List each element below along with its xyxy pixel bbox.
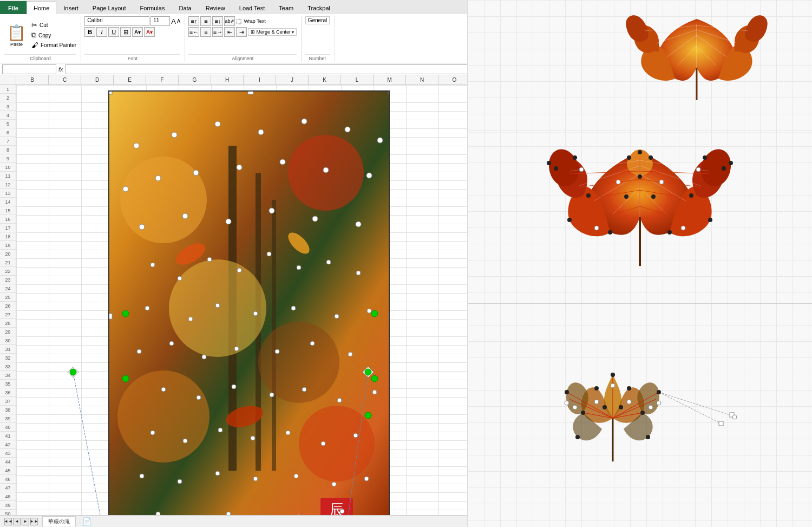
decrease-indent-button[interactable]: ⇤ — [224, 27, 235, 37]
row-num-9: 9 — [0, 154, 16, 163]
tab-file[interactable]: File — [0, 1, 27, 14]
svg-point-144 — [554, 166, 558, 171]
row-num-49: 49 — [0, 501, 16, 510]
row-num-14: 14 — [0, 198, 16, 206]
col-header-i[interactable]: I — [244, 75, 276, 84]
status-add-sheet[interactable]: 📄 — [80, 517, 94, 526]
row-num-26: 26 — [0, 302, 16, 310]
font-name-box[interactable]: Calibri — [84, 16, 149, 26]
align-bottom-button[interactable]: ≡↓ — [212, 16, 223, 26]
last-sheet-button[interactable]: ►► — [30, 518, 38, 525]
underline-button[interactable]: U — [108, 27, 119, 37]
italic-button[interactable]: I — [96, 27, 107, 37]
col-header-n[interactable]: N — [406, 75, 438, 84]
format-painter-row[interactable]: 🖌 Format Painter — [31, 41, 76, 49]
next-sheet-button[interactable]: ► — [22, 518, 29, 525]
svg-point-175 — [581, 411, 585, 415]
row-num-38: 38 — [0, 406, 16, 414]
align-center-button[interactable]: ≡ — [200, 27, 211, 37]
tab-review[interactable]: Review — [199, 1, 232, 14]
wrap-text-button[interactable]: ⬚ Wrap Text — [236, 18, 265, 25]
paste-button[interactable]: 📋 Paste — [4, 16, 29, 54]
row-num-16: 16 — [0, 215, 16, 224]
increase-font-icon[interactable]: A — [171, 17, 176, 25]
col-header-c[interactable]: C — [49, 75, 81, 84]
col-header-m[interactable]: M — [374, 75, 406, 84]
svg-point-155 — [579, 167, 584, 172]
svg-point-150 — [627, 155, 631, 160]
row-num-13: 13 — [0, 189, 16, 198]
merge-center-button[interactable]: ⊞ Merge & Center ▾ — [248, 28, 297, 36]
col-header-o[interactable]: O — [438, 75, 471, 84]
col-header-j[interactable]: J — [276, 75, 309, 84]
decrease-font-icon[interactable]: A — [177, 18, 181, 24]
tab-data[interactable]: Data — [172, 1, 198, 14]
align-left-button[interactable]: ≡← — [188, 27, 199, 37]
angle-text-button[interactable]: ab⇗ — [224, 16, 235, 26]
tab-team[interactable]: Team — [272, 1, 300, 14]
merge-dropdown-icon[interactable]: ▾ — [292, 30, 294, 35]
svg-point-186 — [657, 401, 661, 405]
svg-point-179 — [575, 435, 580, 439]
sheet-tab[interactable]: 華厳の滝 — [42, 516, 76, 526]
svg-rect-41 — [389, 92, 390, 94]
svg-point-5 — [288, 135, 364, 211]
col-header-f[interactable]: F — [146, 75, 179, 84]
font-color-button[interactable]: A▾ — [144, 27, 155, 37]
row-num-18: 18 — [0, 232, 16, 241]
leaf-area-1 — [587, 3, 807, 127]
svg-point-134 — [638, 150, 642, 154]
cut-row[interactable]: ✂ Cut — [31, 21, 76, 29]
clipboard-label: Clipboard — [4, 54, 76, 62]
artwork-image[interactable]: 辰 — [108, 90, 390, 521]
align-top-button[interactable]: ≡↑ — [188, 16, 199, 26]
tab-page-layout[interactable]: Page Layout — [86, 1, 133, 14]
prev-sheet-button[interactable]: ◄ — [13, 518, 21, 525]
font-label: Font — [84, 54, 180, 62]
row-num-35: 35 — [0, 380, 16, 388]
number-format-box[interactable]: General — [305, 16, 330, 24]
svg-point-172 — [619, 405, 623, 409]
first-sheet-button[interactable]: ◄◄ — [4, 518, 12, 525]
row-num-header — [0, 75, 16, 84]
tab-insert[interactable]: Insert — [56, 1, 86, 14]
fill-color-button[interactable]: A▾ — [132, 27, 143, 37]
number-label: Number — [305, 54, 330, 62]
row-num-1: 1 — [0, 85, 16, 94]
align-middle-button[interactable]: ≡ — [200, 16, 211, 26]
col-header-h[interactable]: H — [211, 75, 244, 84]
bold-button[interactable]: B — [84, 27, 95, 37]
svg-point-173 — [603, 405, 607, 409]
merge-icon: ⊞ — [251, 29, 255, 35]
col-header-e[interactable]: E — [114, 75, 146, 84]
row-num-41: 41 — [0, 432, 16, 440]
format-painter-icon: 🖌 — [31, 41, 38, 49]
row-num-28: 28 — [0, 319, 16, 328]
tab-home[interactable]: Home — [27, 1, 56, 14]
col-header-l[interactable]: L — [341, 75, 374, 84]
row-num-48: 48 — [0, 492, 16, 501]
row-numbers: 1234567891011121314151617181920212223242… — [0, 85, 16, 521]
svg-point-7 — [258, 322, 339, 403]
cut-label: Cut — [40, 22, 48, 28]
svg-point-135 — [651, 194, 656, 199]
col-header-d[interactable]: D — [81, 75, 114, 84]
increase-indent-button[interactable]: ⇥ — [236, 27, 247, 37]
font-size-box[interactable]: 11 — [150, 16, 170, 26]
alignment-row-1: ≡↑ ≡ ≡↓ ab⇗ ⬚ Wrap Text — [188, 16, 265, 26]
border-button[interactable]: ⊞ — [120, 27, 131, 37]
tab-formulas[interactable]: Formulas — [133, 1, 172, 14]
col-header-g[interactable]: G — [179, 75, 211, 84]
col-header-k[interactable]: K — [309, 75, 341, 84]
align-right-button[interactable]: ≡→ — [212, 27, 223, 37]
tab-load-test[interactable]: Load Test — [232, 1, 272, 14]
col-header-b[interactable]: B — [16, 75, 49, 84]
tab-trackpal[interactable]: Trackpal — [300, 1, 337, 14]
svg-point-188 — [611, 383, 615, 388]
row-num-8: 8 — [0, 146, 16, 154]
name-box[interactable] — [2, 64, 56, 74]
svg-point-177 — [565, 390, 569, 394]
row-num-22: 22 — [0, 267, 16, 276]
copy-row[interactable]: ⧉ Copy — [31, 31, 76, 40]
svg-point-185 — [573, 405, 577, 409]
